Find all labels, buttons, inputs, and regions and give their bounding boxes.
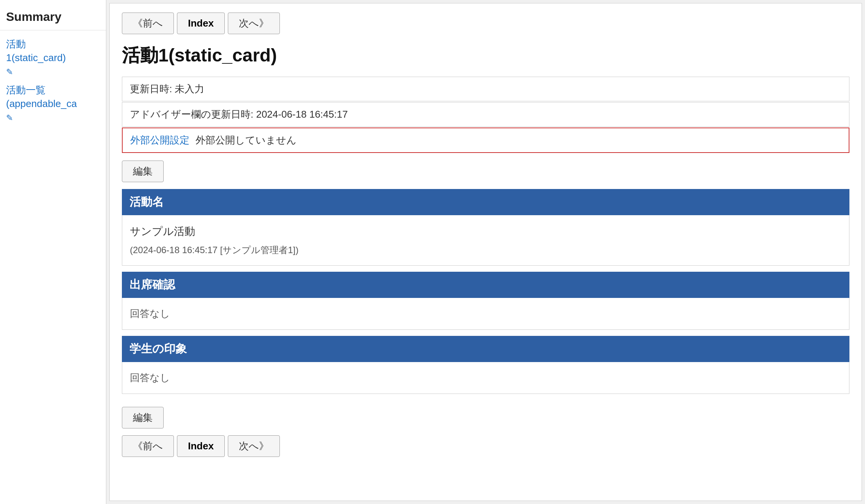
section-content-attendance: 回答なし <box>122 298 849 330</box>
edit-icon-activity-appendable: ✎ <box>6 113 77 123</box>
section-content-student-impression: 回答なし <box>122 362 849 394</box>
index-button-bottom[interactable]: Index <box>177 435 225 457</box>
prev-button-bottom[interactable]: 《前へ <box>122 435 174 457</box>
updated-date-row: 更新日時: 未入力 <box>122 77 849 101</box>
student-impression-no-answer: 回答なし <box>130 371 841 384</box>
section-content-activity-name: サンプル活動 (2024-06-18 16:45:17 [サンプル管理者1]) <box>122 215 849 266</box>
sidebar-item-activity-appendable[interactable]: 活動一覧(appendable_ca ✎ <box>0 80 106 126</box>
sidebar-link-activity-appendable[interactable]: 活動一覧(appendable_ca <box>6 83 77 111</box>
edit-button-bottom[interactable]: 編集 <box>122 407 164 428</box>
sidebar-item-activity-static-card[interactable]: 活動1(static_card) ✎ <box>0 34 106 80</box>
external-public-link[interactable]: 外部公開設定 <box>130 134 189 147</box>
next-button-bottom[interactable]: 次へ》 <box>228 435 280 457</box>
section-header-student-impression: 学生の印象 <box>122 336 849 362</box>
activity-name-value: サンプル活動 <box>130 224 841 239</box>
sidebar: Summary 活動1(static_card) ✎ 活動一覧(appendab… <box>0 0 106 504</box>
external-public-status: 外部公開していません <box>196 134 297 147</box>
page-title: 活動1(static_card) <box>122 43 849 68</box>
section-header-activity-name: 活動名 <box>122 189 849 215</box>
prev-button-top[interactable]: 《前へ <box>122 13 174 34</box>
edit-button-top[interactable]: 編集 <box>122 161 164 182</box>
sidebar-link-activity-static-card[interactable]: 活動1(static_card) <box>6 37 66 65</box>
advisor-updated-date-row: アドバイザー欄の更新日時: 2024-06-18 16:45:17 <box>122 102 849 127</box>
activity-name-date: (2024-06-18 16:45:17 [サンプル管理者1]) <box>130 244 841 256</box>
main-content: 《前へ Index 次へ》 活動1(static_card) 更新日時: 未入力… <box>109 3 862 501</box>
bottom-nav-buttons: 《前へ Index 次へ》 <box>122 435 849 457</box>
sidebar-title: Summary <box>0 6 106 30</box>
index-button-top[interactable]: Index <box>177 13 225 34</box>
next-button-top[interactable]: 次へ》 <box>228 13 280 34</box>
attendance-no-answer: 回答なし <box>130 307 841 320</box>
top-nav-buttons: 《前へ Index 次へ》 <box>122 13 849 34</box>
section-header-attendance: 出席確認 <box>122 272 849 298</box>
edit-icon-activity-static-card: ✎ <box>6 67 66 77</box>
external-public-row: 外部公開設定 外部公開していません <box>122 128 849 153</box>
